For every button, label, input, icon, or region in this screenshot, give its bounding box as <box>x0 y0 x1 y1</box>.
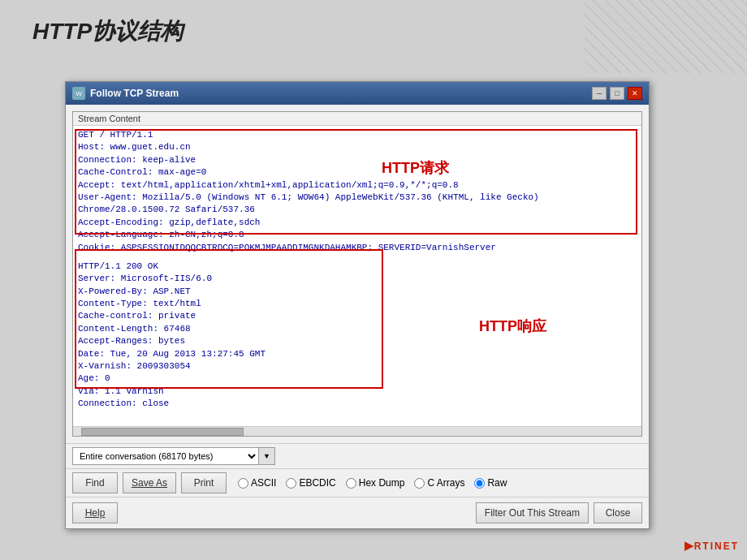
find-button[interactable]: Find <box>72 472 118 493</box>
http-request-text: GET / HTTP/1.1 Host: www.guet.edu.cn Con… <box>73 126 641 257</box>
window-title: Follow TCP Stream <box>90 88 592 99</box>
save-as-button[interactable]: Save As <box>123 472 176 493</box>
right-action-buttons: Filter Out This Stream Close <box>476 502 642 523</box>
close-button[interactable]: Close <box>594 502 642 523</box>
title-bar: W Follow TCP Stream ─ □ ✕ <box>66 82 649 105</box>
http-request-annotation: HTTP请求 <box>382 158 449 178</box>
radio-hexdump-input[interactable] <box>346 478 356 489</box>
html-text: <html> <head> <meta http-equiv="Content-… <box>73 414 641 426</box>
stream-content-group: Stream Content GET / HTTP/1.1 Host: www.… <box>72 111 642 437</box>
conversation-row: Entire conversation (68170 bytes) ▼ <box>66 443 649 468</box>
stream-text-area[interactable]: GET / HTTP/1.1 Host: www.guet.edu.cn Con… <box>73 126 641 426</box>
action-buttons-row: Find Save As Print ASCII EBCDIC Hex Dump… <box>66 468 649 497</box>
dropdown-arrow-button[interactable]: ▼ <box>259 447 275 465</box>
window-icon: W <box>72 87 85 100</box>
minimize-button[interactable]: ─ <box>592 87 607 100</box>
filter-out-stream-button[interactable]: Filter Out This Stream <box>476 502 589 523</box>
radio-raw[interactable]: Raw <box>474 477 507 489</box>
help-filter-close-row: Help Filter Out This Stream Close <box>66 497 649 528</box>
conversation-dropdown-container: Entire conversation (68170 bytes) ▼ <box>72 447 275 465</box>
radio-ascii-input[interactable] <box>238 478 248 489</box>
radio-carrays-input[interactable] <box>414 478 425 489</box>
help-button[interactable]: Help <box>72 502 118 523</box>
background-pattern <box>585 0 747 73</box>
window-close-button[interactable]: ✕ <box>628 87 642 100</box>
stream-content-label: Stream Content <box>73 112 641 126</box>
page-title: HTTP协议结构 <box>32 16 183 47</box>
print-button[interactable]: Print <box>181 472 227 493</box>
http-response-text: HTTP/1.1 200 OK Server: Microsoft-IIS/6.… <box>73 257 641 414</box>
maximize-button[interactable]: □ <box>610 87 624 100</box>
radio-raw-input[interactable] <box>474 478 485 489</box>
encoding-radio-group: ASCII EBCDIC Hex Dump C Arrays Raw <box>238 477 507 489</box>
scrollbar-thumb[interactable] <box>81 428 244 436</box>
fortinet-logo: ▶RTINET <box>684 539 739 552</box>
tcp-stream-window: W Follow TCP Stream ─ □ ✕ Stream Content… <box>65 81 650 529</box>
conversation-dropdown[interactable]: Entire conversation (68170 bytes) <box>72 447 259 465</box>
radio-hexdump[interactable]: Hex Dump <box>346 477 405 489</box>
window-controls: ─ □ ✕ <box>592 87 642 100</box>
http-response-annotation: HTTP响应 <box>479 317 546 336</box>
radio-ebcdic-input[interactable] <box>286 478 296 489</box>
radio-carrays[interactable]: C Arrays <box>414 477 464 489</box>
radio-ascii[interactable]: ASCII <box>238 477 276 489</box>
radio-ebcdic[interactable]: EBCDIC <box>286 477 335 489</box>
horizontal-scrollbar[interactable] <box>73 426 641 436</box>
